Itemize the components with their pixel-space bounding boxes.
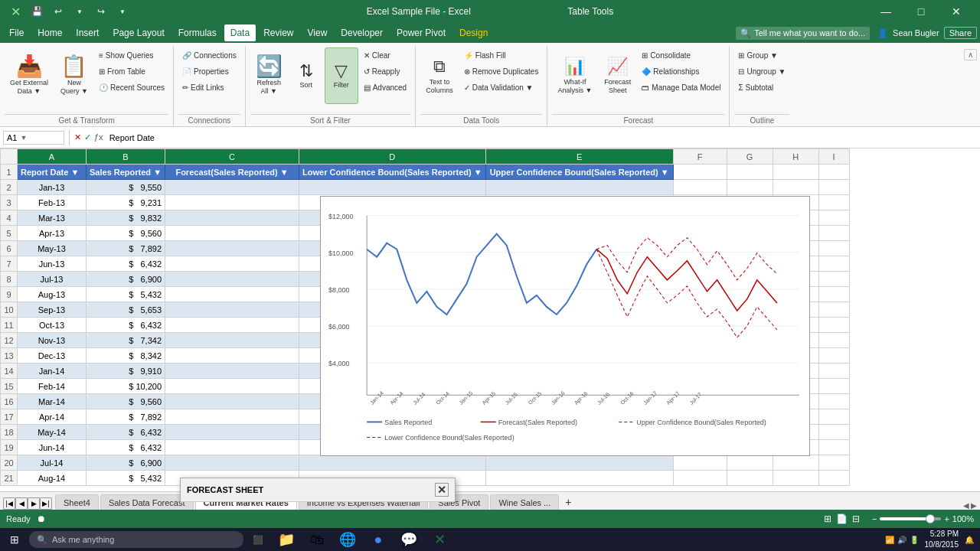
new-query-btn[interactable]: 📋 NewQuery ▼ bbox=[55, 47, 93, 104]
maximize-btn[interactable]: □ bbox=[903, 0, 939, 23]
col-header-G[interactable]: G bbox=[727, 149, 773, 165]
file-explorer-btn[interactable]: 📁 bbox=[273, 530, 300, 549]
customize-qa[interactable]: ▼ bbox=[113, 2, 132, 21]
col-header-I[interactable]: I bbox=[818, 149, 849, 165]
menu-data[interactable]: Data bbox=[224, 24, 256, 41]
network-icon[interactable]: 📶 bbox=[885, 536, 894, 544]
properties-btn[interactable]: 📄 Properties bbox=[178, 64, 240, 79]
page-break-view-btn[interactable]: ⊟ bbox=[852, 514, 860, 524]
share-btn[interactable]: Share bbox=[944, 27, 977, 39]
advanced-btn[interactable]: ▤ Advanced bbox=[360, 80, 410, 95]
taskbar-search[interactable]: 🔍 Ask me anything bbox=[29, 531, 243, 548]
consolidate-btn[interactable]: ⊞ Consolidate bbox=[638, 47, 724, 63]
cell-C1[interactable]: Forecast(Sales Reported) ▼ bbox=[165, 165, 299, 180]
menu-power-pivot[interactable]: Power Pivot bbox=[390, 24, 452, 41]
add-sheet-btn[interactable]: + bbox=[560, 494, 576, 510]
menu-developer[interactable]: Developer bbox=[335, 24, 389, 41]
tab-scroll-left[interactable]: ◀ bbox=[963, 501, 969, 510]
skype-btn[interactable]: 💬 bbox=[395, 530, 423, 549]
relationships-btn[interactable]: 🔷 Relationships bbox=[638, 64, 724, 79]
page-layout-view-btn[interactable]: 📄 bbox=[836, 514, 848, 524]
cell-B1[interactable]: Sales Reported ▼ bbox=[87, 165, 165, 180]
ribbon-collapse-btn[interactable]: ∧ bbox=[964, 49, 977, 60]
insert-function-icon[interactable]: ƒx bbox=[94, 132, 103, 142]
start-btn[interactable]: ⊞ bbox=[3, 530, 26, 549]
subtotal-btn[interactable]: Σ Subtotal bbox=[734, 80, 789, 95]
tab-scroll-right[interactable]: ▶ bbox=[971, 501, 977, 510]
chrome-btn[interactable]: ● bbox=[364, 530, 392, 549]
notifications-btn[interactable]: 🔔 bbox=[965, 536, 974, 544]
sheet-tab-sheet4[interactable]: Sheet4 bbox=[55, 494, 99, 510]
tab-nav-last[interactable]: ▶| bbox=[40, 497, 52, 510]
menu-search[interactable]: 🔍 Tell me what you want to do... bbox=[736, 27, 870, 40]
save-btn[interactable]: 💾 bbox=[28, 2, 46, 21]
edge-btn[interactable]: 🌐 bbox=[334, 530, 361, 549]
cell-E1[interactable]: Upper Confidence Bound(Sales Reported) ▼ bbox=[485, 165, 673, 180]
menu-home[interactable]: Home bbox=[31, 24, 68, 41]
confirm-formula-icon[interactable]: ✓ bbox=[84, 132, 91, 142]
refresh-all-btn[interactable]: 🔄 RefreshAll ▼ bbox=[250, 47, 288, 104]
cell-D1[interactable]: Lower Confidence Bound(Sales Reported) ▼ bbox=[299, 165, 486, 180]
col-header-D[interactable]: D bbox=[299, 149, 486, 165]
tab-nav-first[interactable]: |◀ bbox=[3, 497, 15, 510]
undo-btn[interactable]: ↩ bbox=[49, 2, 67, 21]
cancel-formula-icon[interactable]: ✕ bbox=[74, 132, 81, 142]
cell-A1[interactable]: Report Date ▼ bbox=[18, 165, 87, 180]
col-header-H[interactable]: H bbox=[773, 149, 818, 165]
group-btn[interactable]: ⊞ Group ▼ bbox=[734, 47, 789, 63]
cell-H1[interactable] bbox=[773, 165, 818, 180]
recent-sources-btn[interactable]: 🕐 Recent Sources bbox=[95, 80, 168, 95]
what-if-analysis-btn[interactable]: 📊 What-IfAnalysis ▼ bbox=[552, 47, 597, 104]
tab-nav-prev[interactable]: ◀ bbox=[15, 497, 28, 510]
menu-view[interactable]: View bbox=[302, 24, 334, 41]
show-queries-btn[interactable]: ≡ Show Queries bbox=[95, 47, 168, 63]
store-btn[interactable]: 🛍 bbox=[303, 530, 331, 549]
from-table-btn[interactable]: ⊞ From Table bbox=[95, 64, 168, 79]
menu-design[interactable]: Design bbox=[453, 24, 494, 41]
close-btn[interactable]: ✕ bbox=[939, 0, 974, 23]
menu-page-layout[interactable]: Page Layout bbox=[106, 24, 170, 41]
data-validation-btn[interactable]: ✓ Data Validation ▼ bbox=[460, 80, 543, 95]
cell-I1[interactable] bbox=[818, 165, 849, 180]
formula-input[interactable]: Report Date bbox=[106, 133, 977, 142]
edit-links-btn[interactable]: ✏ Edit Links bbox=[178, 80, 240, 95]
forecast-sheet-btn[interactable]: 📈 ForecastSheet bbox=[599, 47, 636, 104]
col-header-E[interactable]: E bbox=[485, 149, 673, 165]
remove-duplicates-btn[interactable]: ⊗ Remove Duplicates bbox=[460, 64, 543, 79]
sort-btn[interactable]: ⇅ Sort bbox=[289, 47, 323, 104]
col-header-C[interactable]: C bbox=[165, 149, 299, 165]
connections-btn[interactable]: 🔗 Connections bbox=[178, 47, 240, 63]
flash-fill-btn[interactable]: ⚡ Flash Fill bbox=[460, 47, 543, 63]
get-external-data-btn[interactable]: 📥 Get ExternalData ▼ bbox=[5, 47, 54, 104]
undo-dropdown[interactable]: ▼ bbox=[70, 2, 89, 21]
datetime[interactable]: 5:28 PM 10/8/2015 bbox=[925, 529, 959, 550]
task-view-btn[interactable]: ⬛ bbox=[247, 530, 270, 549]
clear-btn[interactable]: ✕ Clear bbox=[360, 47, 410, 63]
col-header-B[interactable]: B bbox=[87, 149, 165, 165]
ungroup-btn[interactable]: ⊟ Ungroup ▼ bbox=[734, 64, 789, 79]
zoom-in-btn[interactable]: + bbox=[944, 514, 949, 523]
col-header-A[interactable]: A bbox=[18, 149, 87, 165]
menu-formulas[interactable]: Formulas bbox=[172, 24, 223, 41]
zoom-slider[interactable] bbox=[880, 517, 941, 520]
menu-review[interactable]: Review bbox=[257, 24, 299, 41]
redo-btn[interactable]: ↪ bbox=[92, 2, 110, 21]
manage-data-model-btn[interactable]: 🗃 Manage Data Model bbox=[638, 80, 724, 95]
dialog-close-btn[interactable]: ✕ bbox=[435, 483, 449, 497]
minimize-btn[interactable]: — bbox=[868, 0, 903, 23]
sound-icon[interactable]: 🔊 bbox=[897, 536, 906, 544]
menu-insert[interactable]: Insert bbox=[70, 24, 105, 41]
zoom-out-btn[interactable]: − bbox=[872, 514, 877, 523]
filter-btn[interactable]: ▽ Filter bbox=[325, 47, 358, 104]
excel-taskbar-btn[interactable]: ✕ bbox=[426, 530, 453, 549]
tab-nav-next[interactable]: ▶ bbox=[28, 497, 40, 510]
col-header-F[interactable]: F bbox=[673, 149, 727, 165]
cell-F1[interactable] bbox=[673, 165, 727, 180]
normal-view-btn[interactable]: ⊞ bbox=[824, 514, 831, 524]
text-to-columns-btn[interactable]: ⧉ Text toColumns bbox=[420, 47, 459, 104]
menu-file[interactable]: File bbox=[3, 24, 30, 41]
reapply-btn[interactable]: ↺ Reapply bbox=[360, 64, 410, 79]
name-box[interactable]: A1 ▼ bbox=[3, 131, 64, 145]
sheet-tab-wine-sales[interactable]: Wine Sales ... bbox=[490, 494, 559, 510]
cell-G1[interactable] bbox=[727, 165, 773, 180]
